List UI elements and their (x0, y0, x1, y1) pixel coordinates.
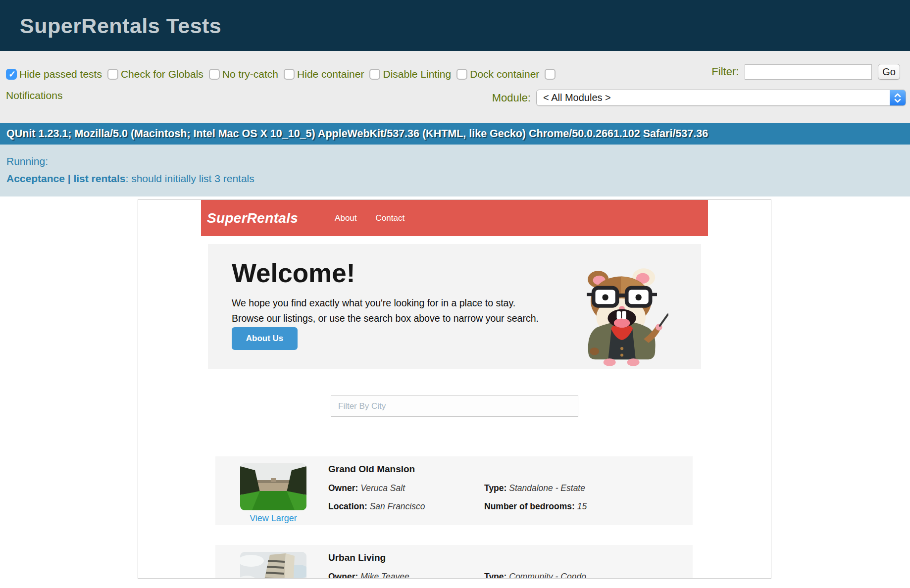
checkbox-no-try-catch[interactable]: No try-catch (209, 68, 278, 80)
module-group: Module: < All Modules > (492, 90, 906, 106)
test-result-bar: Running: Acceptance | list rentals: shou… (0, 145, 910, 196)
view-larger-link[interactable]: View Larger (240, 513, 306, 524)
brand-link[interactable]: SuperRentals (207, 210, 298, 226)
no-try-catch-checkbox[interactable] (209, 69, 220, 80)
checkbox-row: Hide passed tests Check for Globals No t… (6, 68, 558, 80)
ember-testing-container: SuperRentals About Contact Welcome! We h… (138, 199, 771, 579)
nav-link-about[interactable]: About (335, 213, 356, 223)
checkbox-hide-container[interactable]: Hide container (284, 68, 364, 80)
check-for-globals-checkbox[interactable] (107, 69, 118, 80)
app-navbar: SuperRentals About Contact (201, 200, 708, 236)
notifications-checkbox[interactable] (545, 69, 556, 80)
rental-listing-urban-living: Urban Living Owner: Mike Teavee Type: Co… (215, 545, 693, 579)
checkbox-dock-container[interactable]: Dock container (456, 68, 539, 80)
welcome-text: We hope you find exactly what you're loo… (232, 295, 539, 326)
rental-listing-grand-old-mansion: View Larger Grand Old Mansion Owner: Ver… (215, 456, 693, 525)
page-title: SuperRentals Tests (20, 13, 221, 38)
hide-container-checkbox[interactable] (284, 69, 295, 80)
welcome-heading: Welcome! (232, 258, 355, 288)
rental-bedrooms: Number of bedrooms: 15 (484, 501, 587, 512)
up-down-chevron-icon (890, 90, 906, 106)
filter-label: Filter: (711, 65, 739, 78)
skyscraper-photo (240, 552, 306, 579)
rental-type: Type: Community - Condo (484, 572, 586, 579)
checkbox-check-for-globals[interactable]: Check for Globals (107, 68, 203, 80)
rental-title: Urban Living (328, 552, 386, 563)
dock-container-checkbox[interactable] (456, 69, 467, 80)
user-agent-bar: QUnit 1.23.1; Mozilla/5.0 (Macintosh; In… (0, 123, 910, 145)
rental-owner: Owner: Mike Teavee (328, 572, 409, 579)
filter-by-city-input[interactable] (331, 395, 578, 417)
checkbox-hide-passed-tests[interactable]: Hide passed tests (6, 68, 102, 80)
rental-owner: Owner: Veruca Salt (328, 483, 405, 493)
about-us-button[interactable]: About Us (232, 327, 298, 350)
filter-group: Filter: Go (711, 64, 900, 80)
tomster-mascot (578, 267, 668, 367)
rental-type: Type: Standalone - Estate (484, 483, 585, 493)
running-label: Running: (6, 155, 910, 167)
welcome-jumbotron: Welcome! We hope you find exactly what y… (208, 244, 701, 369)
running-test-name: Acceptance | list rentals: should initia… (6, 173, 910, 185)
module-select[interactable]: < All Modules > (536, 90, 906, 106)
nav-link-contact[interactable]: Contact (376, 213, 405, 223)
qunit-header: SuperRentals Tests (0, 0, 910, 51)
hide-passed-tests-checkbox[interactable] (6, 69, 17, 80)
module-label: Module: (492, 92, 531, 104)
notifications-label: Notifications (6, 90, 62, 101)
rental-title: Grand Old Mansion (328, 464, 415, 475)
module-selected-value: < All Modules > (537, 92, 611, 103)
filter-input[interactable] (745, 64, 872, 80)
qunit-toolbar: Hide passed tests Check for Globals No t… (0, 51, 910, 123)
disable-linting-checkbox[interactable] (369, 69, 380, 80)
nav-links: About Contact (335, 213, 423, 223)
go-button[interactable]: Go (878, 64, 900, 80)
mansion-photo (240, 463, 306, 510)
rental-location: Location: San Francisco (328, 501, 425, 512)
checkbox-disable-linting[interactable]: Disable Linting (369, 68, 451, 80)
super-rentals-app: SuperRentals About Contact Welcome! We h… (201, 200, 708, 578)
